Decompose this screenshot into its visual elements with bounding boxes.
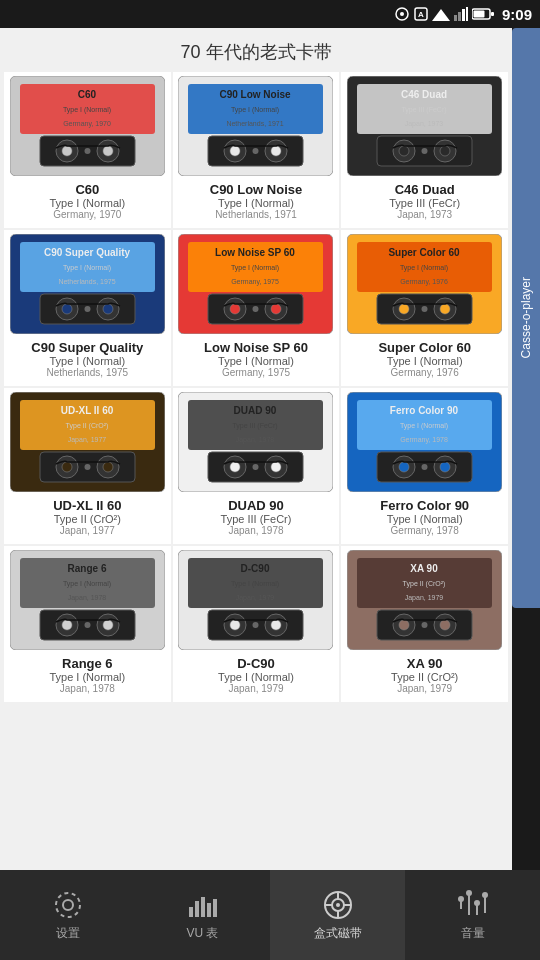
svg-point-107 [422, 464, 428, 470]
nav-volume-label: 音量 [461, 925, 485, 942]
svg-text:DUAD 90: DUAD 90 [234, 405, 277, 416]
svg-point-93 [230, 462, 240, 472]
status-time: 9:09 [502, 6, 532, 23]
svg-text:Low Noise SP 60: Low Noise SP 60 [216, 247, 296, 258]
svg-text:Super Color 60: Super Color 60 [389, 247, 461, 258]
svg-point-73 [440, 304, 450, 314]
svg-text:Japan, 1978: Japan, 1978 [236, 436, 275, 444]
svg-rect-146 [189, 907, 193, 917]
a-icon: A [414, 7, 428, 21]
svg-point-82 [62, 462, 72, 472]
svg-point-30 [253, 148, 259, 154]
svg-point-165 [482, 892, 488, 898]
svg-point-126 [230, 620, 240, 630]
cassette-item-ferro-color-90[interactable]: Ferro Color 90 Type I (Normal) Germany, … [341, 388, 508, 544]
cassette-type-duad-90: Type III (FeCr) [221, 513, 292, 525]
cassette-item-c90-low-noise[interactable]: C90 Low Noise Type I (Normal) Netherland… [173, 72, 340, 228]
svg-point-144 [63, 900, 73, 910]
svg-point-128 [271, 620, 281, 630]
svg-text:Type I (Normal): Type I (Normal) [63, 264, 111, 272]
cassette-origin-ferro-color-90: Germany, 1978 [391, 525, 459, 536]
svg-text:Type I (Normal): Type I (Normal) [231, 580, 279, 588]
svg-rect-6 [458, 12, 461, 21]
svg-text:Type I (Normal): Type I (Normal) [400, 264, 448, 272]
bottom-nav: 设置 VU 表 盒式磁带 [0, 870, 540, 960]
svg-point-63 [253, 306, 259, 312]
cassette-name-c60: C60 [75, 182, 99, 197]
svg-text:A: A [418, 10, 424, 19]
svg-point-60 [230, 304, 240, 314]
svg-text:Japan, 1978: Japan, 1978 [68, 594, 107, 602]
cassette-item-xa-90[interactable]: XA 90 Type II (CrO²) Japan, 1979 XA 90Ty… [341, 546, 508, 702]
svg-point-153 [336, 903, 340, 907]
svg-rect-11 [491, 12, 494, 16]
nav-item-cassette[interactable]: 盒式磁带 [270, 870, 405, 960]
svg-point-40 [440, 146, 450, 156]
nav-item-vu[interactable]: VU 表 [135, 870, 270, 960]
cassette-origin-c90-low-noise: Netherlands, 1971 [215, 209, 297, 220]
cassette-origin-d-c90: Japan, 1979 [228, 683, 283, 694]
cassette-item-super-color-60[interactable]: Super Color 60 Type I (Normal) Germany, … [341, 230, 508, 386]
svg-point-74 [422, 306, 428, 312]
cassette-image-low-noise-sp60: Low Noise SP 60 Type I (Normal) Germany,… [178, 234, 333, 334]
svg-point-95 [271, 462, 281, 472]
cassette-image-range-6: Range 6 Type I (Normal) Japan, 1978 [10, 550, 165, 650]
main-content: 70 年代的老式卡带 C60 [0, 28, 512, 870]
volume-nav-icon [457, 889, 489, 921]
cassette-name-ferro-color-90: Ferro Color 90 [380, 498, 469, 513]
svg-point-41 [422, 148, 428, 154]
svg-text:Netherlands, 1971: Netherlands, 1971 [227, 120, 284, 127]
svg-text:XA 90: XA 90 [410, 563, 438, 574]
svg-point-140 [422, 622, 428, 628]
svg-text:Germany, 1976: Germany, 1976 [400, 278, 448, 286]
svg-text:Type I (Normal): Type I (Normal) [231, 264, 279, 272]
cassette-item-d-c90[interactable]: D-C90 Type I (Normal) Japan, 1979 D-C90T… [173, 546, 340, 702]
svg-point-96 [253, 464, 259, 470]
svg-rect-7 [462, 9, 465, 21]
svg-point-71 [399, 304, 409, 314]
cassette-name-super-color-60: Super Color 60 [378, 340, 470, 355]
page-title: 70 年代的老式卡带 [0, 28, 512, 72]
cassette-origin-duad-90: Japan, 1978 [228, 525, 283, 536]
nav-cassette-label: 盒式磁带 [314, 925, 362, 942]
svg-text:Netherlands, 1975: Netherlands, 1975 [58, 278, 115, 285]
nav-item-volume[interactable]: 音量 [405, 870, 540, 960]
svg-text:C90 Low Noise: C90 Low Noise [220, 89, 292, 100]
cassette-item-ud-xl-ii-60[interactable]: UD-XL II 60 Type II (CrO²) Japan, 1977 U… [4, 388, 171, 544]
cassette-image-c46-duad: C46 Duad Type III (FeCr) Japan, 1973 [347, 76, 502, 176]
svg-point-104 [399, 462, 409, 472]
side-tab[interactable]: Casse-o-player [512, 28, 540, 608]
svg-point-62 [271, 304, 281, 314]
cassette-type-c60: Type I (Normal) [49, 197, 125, 209]
svg-text:UD-XL II 60: UD-XL II 60 [61, 405, 114, 416]
svg-point-18 [103, 146, 113, 156]
svg-rect-148 [201, 897, 205, 917]
svg-rect-8 [466, 7, 468, 21]
svg-text:C90 Super Quality: C90 Super Quality [44, 247, 131, 258]
svg-point-161 [466, 890, 472, 896]
cassette-item-c46-duad[interactable]: C46 Duad Type III (FeCr) Japan, 1973 C46… [341, 72, 508, 228]
svg-rect-147 [195, 901, 199, 917]
cassette-item-low-noise-sp60[interactable]: Low Noise SP 60 Type I (Normal) Germany,… [173, 230, 340, 386]
cassette-item-c60[interactable]: C60 Type I (Normal) Germany, 1970 C60Typ… [4, 72, 171, 228]
cassette-name-d-c90: D-C90 [237, 656, 275, 671]
cassette-name-c90-low-noise: C90 Low Noise [210, 182, 302, 197]
svg-text:Japan, 1979: Japan, 1979 [405, 594, 444, 602]
cassette-type-c90-super-quality: Type I (Normal) [49, 355, 125, 367]
svg-point-159 [458, 896, 464, 902]
svg-point-139 [440, 620, 450, 630]
cassette-image-c90-low-noise: C90 Low Noise Type I (Normal) Netherland… [178, 76, 333, 176]
cassette-item-range-6[interactable]: Range 6 Type I (Normal) Japan, 1978 Rang… [4, 546, 171, 702]
cassette-item-duad-90[interactable]: DUAD 90 Type III (FeCr) Japan, 1978 DUAD… [173, 388, 340, 544]
svg-text:Type II (CrO²): Type II (CrO²) [403, 580, 446, 588]
svg-text:Japan, 1979: Japan, 1979 [236, 594, 275, 602]
cassette-item-c90-super-quality[interactable]: C90 Super Quality Type I (Normal) Nether… [4, 230, 171, 386]
nav-item-settings[interactable]: 设置 [0, 870, 135, 960]
svg-point-106 [440, 462, 450, 472]
cassette-origin-super-color-60: Germany, 1976 [391, 367, 459, 378]
wifi-icon [432, 7, 450, 21]
cassette-type-range-6: Type I (Normal) [49, 671, 125, 683]
svg-marker-4 [432, 9, 450, 21]
cassette-image-c90-super-quality: C90 Super Quality Type I (Normal) Nether… [10, 234, 165, 334]
nav-settings-label: 设置 [56, 925, 80, 942]
